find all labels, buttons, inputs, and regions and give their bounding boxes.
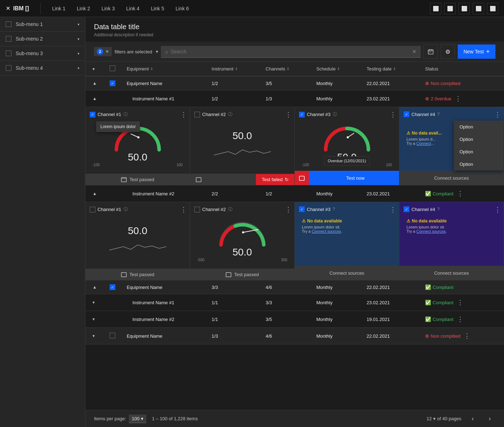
channel-more-button-2-4[interactable]: ⋮: [494, 206, 501, 214]
channel-more-button-2-3[interactable]: ⋮: [390, 206, 396, 214]
nav-link-2[interactable]: Link 2: [71, 0, 96, 17]
info-icon[interactable]: ⓘ: [228, 206, 232, 212]
sidebar-checkbox-1[interactable]: [6, 21, 11, 27]
window-icon-4[interactable]: ⬜: [473, 3, 484, 14]
info-icon[interactable]: ?: [437, 207, 440, 212]
channel-more-button-1[interactable]: ⋮: [180, 111, 187, 118]
dropdown-option-3[interactable]: Option: [454, 146, 504, 158]
info-icon[interactable]: ⓘ: [124, 206, 128, 212]
test-failed-button-2[interactable]: Test failed ↻: [190, 174, 294, 185]
window-icon-1[interactable]: ⬜: [430, 3, 441, 14]
channel-more-button-4[interactable]: ⋮: [494, 111, 501, 118]
connect-sources-button-2-4[interactable]: Connect sources: [399, 266, 504, 280]
info-icon[interactable]: ?: [333, 207, 335, 212]
expand-row-button[interactable]: ▲: [91, 80, 98, 86]
nav-link-6[interactable]: Link 6: [170, 0, 194, 17]
sidebar-item-submenu2[interactable]: Sub-menu 2 ▾: [0, 32, 85, 46]
nav-link-5[interactable]: Link 5: [145, 0, 170, 17]
nav-link-1[interactable]: Link 1: [46, 0, 71, 17]
channel-checkbox-2-2[interactable]: [194, 207, 200, 212]
connect-link-4[interactable]: Connect: [416, 141, 431, 146]
select-all-checkbox[interactable]: [110, 65, 115, 71]
col-instrument[interactable]: Instrument ⇕: [206, 62, 260, 76]
channel-cards-row-2: Channel #1 ⓘ ⋮ 50.0: [85, 202, 504, 281]
expand-row-button[interactable]: ▲: [91, 190, 98, 197]
channel-checkbox-3[interactable]: [299, 112, 305, 117]
warning-icon: ⚠: [406, 218, 410, 223]
col-channels[interactable]: Channels ⇕: [260, 62, 310, 76]
more-options-button[interactable]: ⋮: [462, 331, 472, 341]
channel-checkbox-4[interactable]: [404, 111, 409, 117]
channel-checkbox-2-1[interactable]: [90, 207, 95, 212]
channel-more-button-3[interactable]: ⋮: [390, 111, 396, 118]
connect-link-2-4[interactable]: Connect sources: [416, 229, 446, 233]
test-now-button-3[interactable]: Test now: [295, 171, 399, 185]
expand-cell: ▲: [85, 185, 104, 202]
expand-row-button[interactable]: ▾: [91, 333, 96, 339]
filter-tag[interactable]: 2 ✕: [94, 47, 112, 56]
window-icon-3[interactable]: ⬜: [458, 3, 470, 14]
expand-row-button[interactable]: ▲: [91, 95, 98, 102]
more-options-button[interactable]: ⋮: [455, 298, 466, 307]
calendar-icon-button[interactable]: [424, 44, 438, 59]
expand-row-button[interactable]: ▾: [91, 316, 96, 322]
expand-row-button[interactable]: ▾: [91, 299, 96, 306]
channel-checkbox-1[interactable]: [90, 112, 95, 117]
test-passed-button-2-1[interactable]: Test passed: [85, 269, 190, 280]
channel-checkbox-2[interactable]: [194, 112, 200, 117]
info-icon[interactable]: ⓘ: [124, 111, 128, 117]
prev-page-button[interactable]: ‹: [467, 413, 478, 425]
col-schedule[interactable]: Schedule ⇕: [311, 62, 361, 76]
more-options-button[interactable]: ⋮: [455, 189, 466, 198]
filter-chevron-icon[interactable]: ▾: [156, 49, 158, 54]
next-page-button[interactable]: ›: [484, 413, 495, 425]
expand-row-button[interactable]: ▲: [91, 284, 98, 290]
window-icon-5[interactable]: ⬜: [487, 3, 498, 14]
new-test-button[interactable]: New Test +: [458, 44, 495, 59]
col-testing-date[interactable]: Testing date ⇕: [361, 62, 419, 76]
sidebar-checkbox-4[interactable]: [6, 65, 11, 71]
filter-x-icon[interactable]: ✕: [105, 49, 109, 54]
sidebar-item-submenu3[interactable]: Sub-menu 3 ▾: [0, 46, 85, 61]
connect-link-2-3[interactable]: Connect sources: [312, 229, 341, 233]
channel-more-button-2-2[interactable]: ⋮: [285, 206, 292, 214]
search-clear-icon[interactable]: ✕: [412, 49, 416, 54]
expand-all-button[interactable]: ▾: [91, 66, 96, 72]
row-checkbox[interactable]: [110, 80, 115, 86]
wave-chart-2: [214, 144, 271, 159]
connect-sources-button-2-3[interactable]: Connect sources: [295, 266, 399, 280]
col-equipment[interactable]: Equipment ⇕: [121, 62, 206, 76]
row-checkbox[interactable]: [110, 284, 115, 290]
sidebar-item-submenu1[interactable]: Sub-menu 1 ▾: [0, 17, 85, 32]
row-checkbox[interactable]: [110, 333, 115, 338]
sidebar-item-submenu4[interactable]: Sub-menu 4 ▾: [0, 61, 85, 75]
test-passed-button-2-2[interactable]: Test passed: [190, 269, 294, 280]
chevron-down-icon[interactable]: ▾: [433, 416, 436, 421]
channel-more-button-2[interactable]: ⋮: [285, 111, 292, 118]
nav-link-3[interactable]: Link 3: [96, 0, 120, 17]
nav-link-4[interactable]: Link 4: [121, 0, 145, 17]
more-options-button[interactable]: ⋮: [455, 315, 466, 324]
dropdown-option-4[interactable]: Option: [454, 158, 504, 170]
info-icon[interactable]: ⓘ: [333, 111, 337, 117]
sidebar-checkbox-3[interactable]: [6, 51, 11, 56]
settings-icon-button[interactable]: ⚙: [441, 44, 455, 59]
info-icon[interactable]: ?: [437, 112, 440, 117]
dropdown-option-2[interactable]: Option: [454, 133, 504, 146]
gauge-range-2-2: -500500: [194, 258, 290, 262]
more-options-button[interactable]: ⋮: [453, 94, 463, 103]
info-icon[interactable]: ⓘ: [228, 111, 232, 117]
channel-checkbox-2-3[interactable]: [299, 206, 305, 212]
test-passed-button-1[interactable]: Test passed: [85, 174, 190, 185]
search-input[interactable]: [171, 49, 410, 54]
close-icon[interactable]: ✕: [6, 5, 10, 12]
channel-more-button-2-1[interactable]: ⋮: [180, 206, 187, 214]
channel-title-2: Channel #2: [202, 112, 226, 117]
connect-sources-button-4[interactable]: Connect sources: [399, 171, 504, 185]
per-page-select[interactable]: 100 ▾: [129, 415, 146, 423]
sidebar-checkbox-2[interactable]: [6, 36, 11, 42]
status-cell: ✅ Compliant: [419, 280, 504, 294]
channel-checkbox-2-4[interactable]: [404, 206, 409, 212]
dropdown-option-1[interactable]: Option: [454, 121, 504, 133]
window-icon-2[interactable]: ⬜: [444, 3, 456, 14]
